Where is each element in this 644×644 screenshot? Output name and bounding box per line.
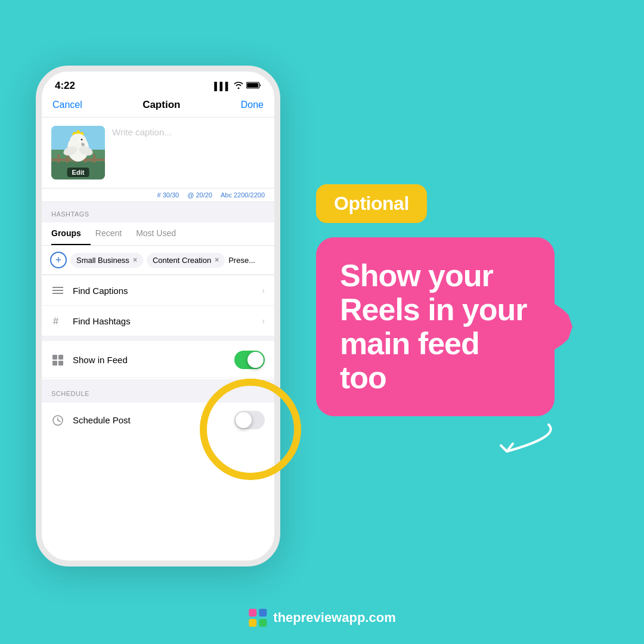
message-bubble-container: Show your Reels in your main feed too [316,237,555,417]
grid-icon [51,354,64,367]
message-text: Show your Reels in your main feed too [340,259,531,395]
status-time: 4:22 [55,80,75,92]
tag-remove-icon[interactable]: × [215,256,219,264]
svg-rect-26 [52,361,57,366]
add-tag-button[interactable]: + [50,252,67,268]
svg-rect-6 [57,154,60,163]
phone-mockup: 4:22 ▌▌▌ Cancel Caption Do [36,66,280,566]
svg-rect-33 [249,619,256,627]
hashtag-count: # 30/30 [157,191,179,199]
nav-title: Caption [143,99,180,111]
status-bar: 4:22 ▌▌▌ [42,72,274,97]
photo-thumbnail[interactable]: Edit [51,126,105,179]
show-in-feed-section: Show in Feed [42,341,274,379]
svg-rect-1 [247,83,258,88]
toggle-knob [247,352,264,368]
hashtag-tabs: Groups Recent Most Used [42,222,274,246]
find-captions-row[interactable]: Find Captions › [42,275,274,306]
battery-icon [246,82,261,91]
tab-groups[interactable]: Groups [51,222,91,245]
bubble-notch-svg [553,303,574,351]
optional-badge: Optional [316,184,427,223]
svg-rect-10 [93,154,95,163]
message-bubble: Show your Reels in your main feed too [316,237,555,417]
brand-url: thepreviewapp.com [273,610,395,626]
hashtags-label: HASHTAGS [51,210,89,218]
svg-rect-7 [66,154,69,163]
svg-rect-25 [58,355,63,360]
tag-small-business[interactable]: Small Business × [70,253,143,268]
bottom-branding: thepreviewapp.com [248,608,395,627]
svg-point-17 [81,139,83,141]
char-count: Abc 2200/2200 [221,191,265,199]
caption-input[interactable]: Write caption... [112,126,265,179]
hashtag-tags-row: + Small Business × Content Creation × Pr… [42,246,274,275]
clock-icon [51,414,64,427]
lines-icon [51,284,64,297]
schedule-label: SCHEDULE [51,390,89,397]
svg-rect-24 [52,355,57,360]
tag-remove-icon[interactable]: × [133,256,137,264]
wifi-icon [234,82,243,91]
tag-content-creation[interactable]: Content Creation × [147,253,225,268]
find-captions-label: Find Captions [73,286,253,296]
svg-rect-32 [259,609,267,617]
chevron-icon: › [262,286,265,295]
find-hashtags-label: Find Hashtags [73,316,253,326]
svg-rect-31 [249,609,256,617]
svg-text:#: # [53,316,58,326]
brand-logo [248,608,267,627]
caption-area: Edit Write caption... [42,117,274,188]
chevron-icon: › [262,316,265,326]
show-in-feed-toggle[interactable] [234,351,265,369]
hashtags-header: HASHTAGS [42,202,274,222]
arrow-svg [495,419,561,457]
edit-badge[interactable]: Edit [67,168,89,177]
svg-line-30 [58,420,60,422]
stats-row: # 30/30 @ 20/20 Abc 2200/2200 [42,188,274,202]
hash-icon: # [51,314,64,327]
tag-partial: Prese... [228,256,255,265]
svg-rect-27 [58,361,63,366]
cancel-button[interactable]: Cancel [52,100,82,110]
tab-recent[interactable]: Recent [95,222,131,245]
tab-most-used[interactable]: Most Used [136,222,185,245]
find-hashtags-row[interactable]: # Find Hashtags › [42,306,274,336]
signal-icon: ▌▌▌ [214,82,231,91]
status-icons: ▌▌▌ [214,82,261,91]
tag-label: Content Creation [153,256,211,265]
right-content: Optional Show your Reels in your main fe… [292,172,608,460]
nav-bar: Cancel Caption Done [42,97,274,117]
show-in-feed-label: Show in Feed [73,355,226,365]
done-button[interactable]: Done [241,100,264,110]
tag-label: Small Business [76,256,129,265]
canvas: 4:22 ▌▌▌ Cancel Caption Do [0,0,644,644]
svg-rect-34 [259,619,267,627]
phone-container: 4:22 ▌▌▌ Cancel Caption Do [36,66,292,566]
arrow-container [495,419,561,460]
optional-text: Optional [334,193,409,214]
menu-section: Find Captions › # Find Hashtags › [42,275,274,336]
caption-placeholder: Write caption... [112,127,172,137]
show-in-feed-row[interactable]: Show in Feed [42,342,274,378]
yellow-circle-highlight [200,379,301,480]
mention-count: @ 20/20 [187,191,212,199]
